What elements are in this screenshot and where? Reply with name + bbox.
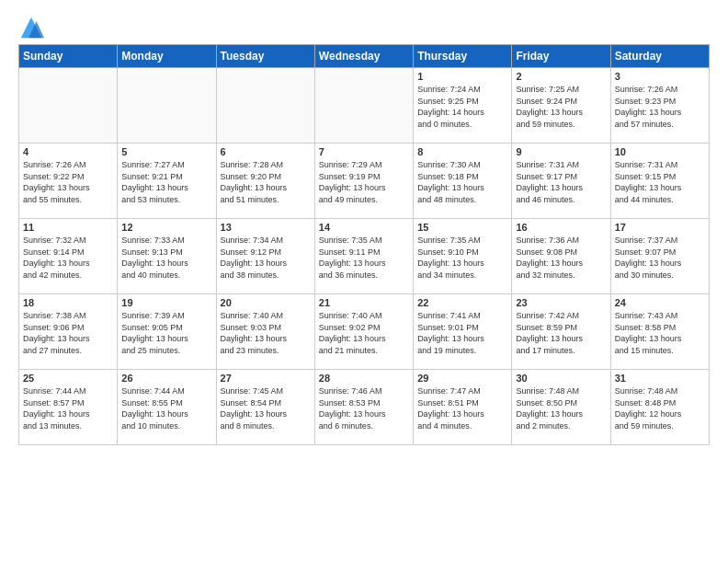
day-number: 6 [221, 146, 311, 157]
day-info: Sunrise: 7:24 AM Sunset: 9:25 PM Dayligh… [417, 84, 507, 130]
calendar-cell: 27Sunrise: 7:45 AM Sunset: 8:54 PM Dayli… [216, 370, 314, 445]
day-info: Sunrise: 7:46 AM Sunset: 8:53 PM Dayligh… [319, 385, 409, 431]
calendar-cell: 15Sunrise: 7:35 AM Sunset: 9:10 PM Dayli… [414, 219, 512, 294]
calendar-header: SundayMondayTuesdayWednesdayThursdayFrid… [19, 45, 710, 68]
calendar-body: 1Sunrise: 7:24 AM Sunset: 9:25 PM Daylig… [19, 68, 710, 445]
header-cell-sunday: Sunday [19, 45, 118, 68]
day-number: 21 [319, 297, 409, 308]
day-info: Sunrise: 7:26 AM Sunset: 9:22 PM Dayligh… [23, 159, 113, 205]
day-number: 2 [516, 71, 606, 82]
day-number: 12 [121, 222, 211, 233]
day-number: 7 [319, 146, 409, 157]
header-cell-saturday: Saturday [610, 45, 709, 68]
calendar-cell: 29Sunrise: 7:47 AM Sunset: 8:51 PM Dayli… [414, 370, 512, 445]
logo [18, 15, 48, 40]
day-number: 28 [319, 373, 409, 384]
calendar-cell: 20Sunrise: 7:40 AM Sunset: 9:03 PM Dayli… [216, 294, 314, 370]
calendar-cell: 14Sunrise: 7:35 AM Sunset: 9:11 PM Dayli… [314, 219, 413, 294]
calendar-table: SundayMondayTuesdayWednesdayThursdayFrid… [18, 44, 710, 445]
calendar-cell: 8Sunrise: 7:30 AM Sunset: 9:18 PM Daylig… [414, 144, 512, 219]
day-info: Sunrise: 7:41 AM Sunset: 9:01 PM Dayligh… [417, 310, 507, 356]
header-cell-tuesday: Tuesday [216, 45, 314, 68]
day-number: 11 [23, 222, 113, 233]
calendar-cell: 1Sunrise: 7:24 AM Sunset: 9:25 PM Daylig… [414, 68, 512, 144]
day-number: 14 [319, 222, 409, 233]
page-container: SundayMondayTuesdayWednesdayThursdayFrid… [0, 0, 728, 454]
day-info: Sunrise: 7:40 AM Sunset: 9:03 PM Dayligh… [221, 310, 311, 356]
calendar-cell [19, 68, 118, 144]
calendar-cell: 9Sunrise: 7:31 AM Sunset: 9:17 PM Daylig… [512, 144, 610, 219]
day-info: Sunrise: 7:44 AM Sunset: 8:57 PM Dayligh… [23, 385, 113, 431]
day-info: Sunrise: 7:31 AM Sunset: 9:15 PM Dayligh… [615, 159, 705, 205]
day-number: 31 [615, 373, 705, 384]
header-cell-wednesday: Wednesday [314, 45, 413, 68]
calendar-cell: 11Sunrise: 7:32 AM Sunset: 9:14 PM Dayli… [19, 219, 118, 294]
day-info: Sunrise: 7:31 AM Sunset: 9:17 PM Dayligh… [516, 159, 606, 205]
calendar-cell [216, 68, 314, 144]
day-info: Sunrise: 7:35 AM Sunset: 9:10 PM Dayligh… [417, 235, 507, 281]
day-info: Sunrise: 7:47 AM Sunset: 8:51 PM Dayligh… [417, 385, 507, 431]
day-number: 25 [23, 373, 113, 384]
day-info: Sunrise: 7:42 AM Sunset: 8:59 PM Dayligh… [516, 310, 606, 356]
day-info: Sunrise: 7:44 AM Sunset: 8:55 PM Dayligh… [121, 385, 211, 431]
day-number: 23 [516, 297, 606, 308]
day-number: 8 [417, 146, 507, 157]
day-info: Sunrise: 7:35 AM Sunset: 9:11 PM Dayligh… [319, 235, 409, 281]
calendar-cell: 19Sunrise: 7:39 AM Sunset: 9:05 PM Dayli… [118, 294, 216, 370]
day-info: Sunrise: 7:29 AM Sunset: 9:19 PM Dayligh… [319, 159, 409, 205]
day-info: Sunrise: 7:26 AM Sunset: 9:23 PM Dayligh… [615, 84, 705, 130]
day-info: Sunrise: 7:48 AM Sunset: 8:50 PM Dayligh… [516, 385, 606, 431]
calendar-cell [118, 68, 216, 144]
calendar-week-2: 11Sunrise: 7:32 AM Sunset: 9:14 PM Dayli… [19, 219, 710, 294]
calendar-cell: 26Sunrise: 7:44 AM Sunset: 8:55 PM Dayli… [118, 370, 216, 445]
header-cell-monday: Monday [118, 45, 216, 68]
calendar-cell: 23Sunrise: 7:42 AM Sunset: 8:59 PM Dayli… [512, 294, 610, 370]
day-number: 24 [615, 297, 705, 308]
day-info: Sunrise: 7:28 AM Sunset: 9:20 PM Dayligh… [221, 159, 311, 205]
day-number: 16 [516, 222, 606, 233]
calendar-cell: 4Sunrise: 7:26 AM Sunset: 9:22 PM Daylig… [19, 144, 118, 219]
calendar-cell: 30Sunrise: 7:48 AM Sunset: 8:50 PM Dayli… [512, 370, 610, 445]
header-cell-thursday: Thursday [414, 45, 512, 68]
calendar-week-0: 1Sunrise: 7:24 AM Sunset: 9:25 PM Daylig… [19, 68, 710, 144]
day-number: 13 [221, 222, 311, 233]
day-number: 10 [615, 146, 705, 157]
calendar-cell: 13Sunrise: 7:34 AM Sunset: 9:12 PM Dayli… [216, 219, 314, 294]
day-number: 27 [221, 373, 311, 384]
day-number: 1 [417, 71, 507, 82]
day-info: Sunrise: 7:33 AM Sunset: 9:13 PM Dayligh… [121, 235, 211, 281]
day-number: 15 [417, 222, 507, 233]
calendar-cell: 3Sunrise: 7:26 AM Sunset: 9:23 PM Daylig… [610, 68, 709, 144]
day-info: Sunrise: 7:36 AM Sunset: 9:08 PM Dayligh… [516, 235, 606, 281]
day-number: 29 [417, 373, 507, 384]
calendar-cell: 16Sunrise: 7:36 AM Sunset: 9:08 PM Dayli… [512, 219, 610, 294]
header-row: SundayMondayTuesdayWednesdayThursdayFrid… [19, 45, 710, 68]
day-number: 4 [23, 146, 113, 157]
calendar-cell: 12Sunrise: 7:33 AM Sunset: 9:13 PM Dayli… [118, 219, 216, 294]
calendar-cell: 10Sunrise: 7:31 AM Sunset: 9:15 PM Dayli… [610, 144, 709, 219]
calendar-cell: 31Sunrise: 7:48 AM Sunset: 8:48 PM Dayli… [610, 370, 709, 445]
calendar-week-4: 25Sunrise: 7:44 AM Sunset: 8:57 PM Dayli… [19, 370, 710, 445]
calendar-cell: 6Sunrise: 7:28 AM Sunset: 9:20 PM Daylig… [216, 144, 314, 219]
calendar-cell: 25Sunrise: 7:44 AM Sunset: 8:57 PM Dayli… [19, 370, 118, 445]
day-number: 17 [615, 222, 705, 233]
day-number: 9 [516, 146, 606, 157]
day-number: 20 [221, 297, 311, 308]
calendar-cell: 7Sunrise: 7:29 AM Sunset: 9:19 PM Daylig… [314, 144, 413, 219]
calendar-cell: 22Sunrise: 7:41 AM Sunset: 9:01 PM Dayli… [414, 294, 512, 370]
day-number: 19 [121, 297, 211, 308]
day-info: Sunrise: 7:30 AM Sunset: 9:18 PM Dayligh… [417, 159, 507, 205]
calendar-cell [314, 68, 413, 144]
calendar-cell: 28Sunrise: 7:46 AM Sunset: 8:53 PM Dayli… [314, 370, 413, 445]
day-info: Sunrise: 7:45 AM Sunset: 8:54 PM Dayligh… [221, 385, 311, 431]
day-number: 26 [121, 373, 211, 384]
day-info: Sunrise: 7:34 AM Sunset: 9:12 PM Dayligh… [221, 235, 311, 281]
day-info: Sunrise: 7:48 AM Sunset: 8:48 PM Dayligh… [615, 385, 705, 431]
day-info: Sunrise: 7:27 AM Sunset: 9:21 PM Dayligh… [121, 159, 211, 205]
day-number: 3 [615, 71, 705, 82]
calendar-cell: 21Sunrise: 7:40 AM Sunset: 9:02 PM Dayli… [314, 294, 413, 370]
day-info: Sunrise: 7:39 AM Sunset: 9:05 PM Dayligh… [121, 310, 211, 356]
day-number: 5 [121, 146, 211, 157]
calendar-cell: 24Sunrise: 7:43 AM Sunset: 8:58 PM Dayli… [610, 294, 709, 370]
header-cell-friday: Friday [512, 45, 610, 68]
